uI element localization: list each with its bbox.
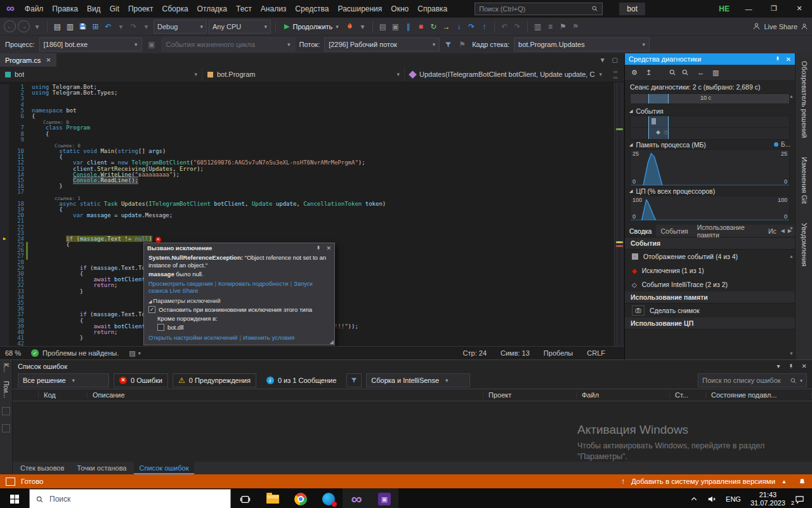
split-editor-icon[interactable]: ▭ — [613, 69, 618, 74]
exception-settings-header[interactable]: ◢ Параметры исключений — [148, 297, 330, 304]
menu-item[interactable]: Расширения — [334, 0, 387, 17]
collapsed-tab[interactable]: Пои... — [3, 381, 10, 398]
breakpoint-margin[interactable] — [0, 119, 9, 125]
restore-button[interactable]: ❐ — [761, 0, 787, 17]
breakpoint-margin[interactable] — [0, 265, 9, 271]
platform-combo[interactable]: Any CPU — [209, 20, 271, 34]
start-button[interactable] — [0, 488, 29, 508]
column-header-Код[interactable]: Код — [39, 391, 88, 399]
breakpoint-margin[interactable] — [0, 184, 9, 189]
menu-item[interactable]: Тест — [232, 0, 256, 17]
exception-link[interactable]: Изменить условия — [243, 334, 294, 341]
breakpoint-margin[interactable] — [0, 248, 9, 253]
module-checkbox[interactable]: bot.dll — [157, 324, 330, 331]
close-button[interactable]: ✕ — [787, 0, 812, 17]
breakpoint-margin[interactable] — [0, 166, 9, 172]
breakpoint-margin[interactable] — [0, 253, 9, 259]
menu-item[interactable]: Окно — [386, 0, 413, 17]
settings-gear-icon[interactable]: ⚙ — [631, 69, 638, 77]
nav-backward-code-button[interactable]: ↶ — [499, 20, 510, 33]
warnings-toggle-button[interactable]: ⚠ 0 Предупреждения — [173, 373, 256, 387]
bookmark-button[interactable]: ⚑ — [558, 20, 568, 33]
breakpoint-margin[interactable] — [0, 178, 9, 184]
pin-icon[interactable] — [775, 56, 781, 62]
exception-link[interactable]: Открыть настройки исключений — [148, 334, 237, 341]
breakpoint-margin[interactable] — [0, 189, 9, 195]
member-dropdown[interactable]: Updates(ITelegramBotClient botClient, Up… — [405, 67, 606, 81]
breakpoint-margin[interactable] — [0, 102, 9, 108]
preview-window-button[interactable]: ▤ — [377, 20, 388, 33]
breakpoint-margin[interactable] — [0, 108, 9, 114]
cpu-chart[interactable]: 100 0 100 0 — [630, 196, 790, 221]
breakpoint-margin[interactable] — [0, 196, 9, 201]
outline-button[interactable]: ≡ — [545, 20, 556, 33]
source-control-dropdown-icon[interactable]: ▲ — [782, 479, 787, 485]
collapsed-tool-icon[interactable] — [2, 407, 10, 415]
column-header-Файл[interactable]: Файл — [577, 391, 670, 399]
window-position-dropdown-icon[interactable]: ▾ — [777, 363, 780, 370]
zoom-out-icon[interactable] — [681, 69, 689, 76]
export-report-icon[interactable]: ↥ — [646, 69, 652, 77]
eol-indicator[interactable]: CRLF — [587, 349, 605, 357]
code-line[interactable]: 18 async static Task Updates(ITelegramBo… — [0, 201, 614, 207]
taskbar-search-input[interactable]: Поиск — [29, 489, 231, 508]
float-window-icon[interactable]: ▢ — [612, 57, 618, 64]
output-window-icon[interactable] — [6, 478, 15, 486]
breakpoint-margin[interactable] — [0, 207, 9, 213]
breakpoint-margin[interactable] — [0, 341, 9, 346]
error-list-search-input[interactable]: Поиск по списку ошибок ▾ — [698, 373, 807, 387]
diag-tab-Ис[interactable]: Ис — [764, 225, 781, 237]
breakpoint-margin[interactable] — [0, 330, 9, 335]
memory-section-header[interactable]: ◢ Память процесса (МБ) Б... — [625, 140, 795, 149]
events-section-header[interactable]: ◢ События — [625, 106, 795, 116]
code-cleanup-button[interactable]: ▨▾ — [129, 349, 140, 358]
break-on-exception-checkbox[interactable]: ✓ Остановить при возникновении исключени… — [148, 306, 330, 313]
diagnostics-event-row[interactable]: Отображение событий (4 из 4) — [625, 250, 795, 264]
filter-threads-icon[interactable] — [444, 41, 452, 49]
zoom-level[interactable]: 68 % — [5, 349, 21, 357]
line-indicator[interactable]: Стр: 24 — [463, 349, 487, 357]
hot-reload-dropdown[interactable]: ▾ — [357, 20, 368, 33]
configuration-combo[interactable]: Debug — [154, 20, 207, 34]
breakpoint-margin[interactable] — [0, 324, 9, 330]
restart-button[interactable]: ↻ — [428, 20, 439, 33]
menu-item[interactable]: Правка — [48, 0, 82, 17]
list-scroll-up-icon[interactable]: ▲ — [789, 254, 794, 258]
code-line[interactable]: 9 — [0, 137, 614, 143]
save-button[interactable] — [77, 20, 88, 33]
diag-tab-События[interactable]: События — [656, 225, 692, 237]
thread-combo[interactable]: [2296] Рабочий поток — [324, 37, 440, 51]
breakpoint-margin[interactable] — [0, 271, 9, 277]
list-scroll-down-icon[interactable]: ▼ — [789, 351, 794, 356]
code-line[interactable]: 4 — [0, 102, 614, 108]
code-line[interactable]: 22 — [0, 225, 614, 231]
collapsed-tool-icon[interactable] — [2, 424, 10, 432]
live-share-button[interactable]: Live Share — [752, 22, 808, 30]
code-line[interactable]: ▶24 if (massage.Text != null)✕ — [0, 236, 614, 242]
scroll-up-icon[interactable]: ▲ — [789, 94, 794, 98]
bottom-tab-Стек вызовов[interactable]: Стек вызовов — [15, 462, 70, 474]
redo-dropdown[interactable]: ▾ — [141, 20, 152, 33]
filter-button[interactable] — [346, 373, 362, 387]
new-file-button[interactable]: ▤ — [52, 20, 63, 33]
zoom-in-icon[interactable] — [669, 69, 676, 76]
bookmark-list-button[interactable]: ⚑ — [570, 20, 581, 33]
breakpoint-margin[interactable] — [0, 114, 9, 119]
quick-search-input[interactable]: Поиск (Ctrl+Q) — [475, 3, 603, 15]
editor-options-icon[interactable]: ▭ — [613, 75, 618, 80]
tab-close-icon[interactable]: ✕ — [46, 57, 51, 64]
bottom-tab-Список ошибок[interactable]: Список ошибок — [134, 462, 195, 474]
active-files-dropdown-icon[interactable]: ▼ — [599, 57, 606, 64]
menu-item[interactable]: Отладка — [193, 0, 232, 17]
breakpoint-margin[interactable] — [0, 149, 9, 154]
pin-icon[interactable] — [315, 245, 322, 251]
diag-tab-Сводка[interactable]: Сводка — [625, 225, 656, 237]
search-options-dropdown-icon[interactable]: ▾ — [800, 378, 802, 384]
cpu-section-header[interactable]: ◢ ЦП (% всех процессоров) — [625, 186, 795, 196]
nav-history-dropdown[interactable]: ▾ — [32, 20, 43, 33]
tab-program-cs[interactable]: Program.cs ✕ — [0, 53, 56, 67]
menu-item[interactable]: Справка — [413, 0, 452, 17]
collapsed-tab[interactable]: К... — [3, 363, 10, 372]
breakpoint-margin[interactable] — [0, 90, 9, 96]
nav-back-button[interactable]: ← — [4, 20, 16, 32]
